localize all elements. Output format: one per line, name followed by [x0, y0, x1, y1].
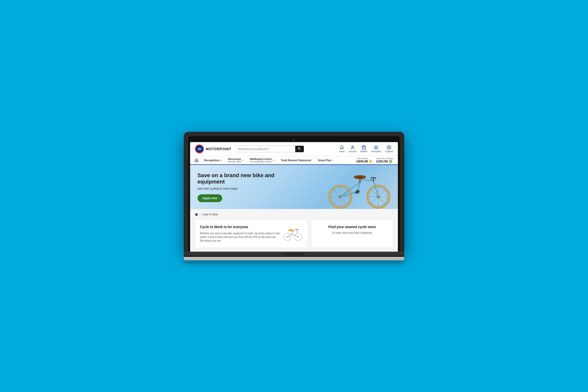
- discounts-nav-item[interactable]: Discounts Browse offers ▾: [225, 156, 247, 164]
- star-icon: [374, 145, 378, 150]
- cards-row: Cycle to Work is for everyone Whether yo…: [195, 220, 393, 248]
- card-left-text: Cycle to Work is for everyone Whether yo…: [200, 225, 280, 243]
- total-savings-label: Total Savings: [356, 157, 368, 160]
- account-nav-item[interactable]: Account: [348, 145, 356, 153]
- wellbeing-chevron: ▾: [273, 159, 274, 162]
- card-text: Whether you want a new bike, equipment o…: [200, 232, 280, 242]
- cycle-to-work-card: Cycle to Work is for everyone Whether yo…: [195, 220, 308, 248]
- discounts-sub: Browse offers: [228, 160, 242, 163]
- webcam: [293, 139, 295, 141]
- recognition-label: Recognition: [204, 159, 220, 162]
- wellbeing-label: Wellbeing Centre: [250, 158, 272, 160]
- find-store-title: Find your nearest cycle store: [316, 225, 388, 229]
- card-inner: Cycle to Work is for everyone Whether yo…: [200, 225, 302, 243]
- breadcrumb-separator: >: [200, 213, 201, 216]
- total-savings-value: £845.89 🪙: [356, 160, 372, 163]
- cashback-label: Approved cashback: [376, 157, 394, 160]
- discounts-chevron: ▾: [242, 159, 244, 162]
- basket-nav-item[interactable]: Basket: [360, 145, 367, 153]
- favourites-label: Favourites: [371, 150, 381, 153]
- svg-point-42: [288, 229, 293, 231]
- find-store-subtitle: Or order online and have it delivered: [316, 232, 388, 234]
- home-nav-item[interactable]: [192, 156, 201, 164]
- wellbeing-sub: Your wellbeing matters: [250, 160, 272, 163]
- check-icon: ✅: [389, 160, 392, 163]
- wellbeing-nav-item[interactable]: Wellbeing Centre Your wellbeing matters …: [247, 156, 277, 164]
- support-label: Support: [385, 150, 393, 153]
- recognition-nav-item[interactable]: Recognition ▾: [201, 156, 225, 164]
- breadcrumb: > Cycle To Work: [195, 213, 393, 216]
- laptop-base: [184, 252, 404, 257]
- svg-marker-2: [374, 146, 378, 149]
- total-savings-block: Total Savings £845.89 🪙: [356, 157, 372, 163]
- laptop-frame: m MOTORPOINT 🔍 Alerts: [184, 132, 404, 260]
- logo-text: MOTORPOINT: [206, 147, 232, 151]
- search-area: 🔍: [236, 146, 304, 152]
- apply-now-button[interactable]: Apply now: [198, 194, 222, 202]
- breadcrumb-home-icon: [195, 213, 198, 216]
- hero-title: Save on a brand new bike and equipment: [198, 172, 276, 185]
- breadcrumb-current: Cycle To Work: [202, 213, 218, 216]
- hero-subtitle: and start cycling to work today!: [198, 187, 390, 190]
- hero-banner: Save on a brand new bike and equipment a…: [190, 165, 398, 209]
- basket-icon: [362, 145, 366, 150]
- smart-pay-nav-item[interactable]: Smart Pay ▾: [315, 156, 337, 164]
- logo-icon: m: [195, 144, 204, 153]
- site-header: m MOTORPOINT 🔍 Alerts: [190, 142, 398, 156]
- recognition-chevron: ▾: [221, 159, 222, 162]
- support-nav-item[interactable]: Support: [385, 145, 393, 153]
- search-input[interactable]: [236, 146, 295, 152]
- home-icon: [194, 158, 198, 162]
- content-area: > Cycle To Work Cycle to Work is for eve…: [190, 209, 398, 252]
- laptop-bottom: [184, 257, 404, 260]
- coin-icon: 🪙: [369, 160, 372, 163]
- cashback-value: £203.58 ✅: [376, 160, 392, 163]
- search-button[interactable]: 🔍: [295, 146, 304, 152]
- cashback-block: Approved cashback £203.58 ✅: [376, 157, 394, 163]
- search-box: 🔍: [236, 146, 304, 152]
- favourites-nav-item[interactable]: Favourites: [371, 145, 381, 153]
- svg-point-3: [387, 146, 391, 149]
- support-icon: [387, 145, 391, 150]
- card-bike-icon: [283, 225, 302, 243]
- account-label: Account: [348, 150, 356, 153]
- header-icons: Alerts Account Basket Favourites: [339, 145, 393, 153]
- screen: m MOTORPOINT 🔍 Alerts: [190, 142, 398, 252]
- breadcrumb-home[interactable]: [195, 213, 198, 216]
- svg-point-0: [352, 146, 353, 147]
- card-title: Cycle to Work is for everyone: [200, 225, 280, 229]
- bell-icon: [340, 145, 344, 150]
- svg-line-43: [297, 230, 297, 233]
- main-nav: Recognition ▾ Discounts Browse offers ▾ …: [190, 156, 398, 165]
- discounts-label: Discounts: [228, 158, 241, 160]
- hero-content: Save on a brand new bike and equipment a…: [198, 172, 390, 202]
- alerts-label: Alerts: [339, 150, 344, 153]
- logo-area[interactable]: m MOTORPOINT: [195, 144, 232, 153]
- find-cycle-store-card: Find your nearest cycle store Or order o…: [312, 220, 393, 248]
- smart-pay-chevron: ▾: [332, 159, 333, 162]
- smart-pay-label: Smart Pay: [318, 159, 331, 162]
- basket-label: Basket: [360, 150, 367, 153]
- alerts-nav-item[interactable]: Alerts: [339, 145, 344, 153]
- trs-label: Total Reward Statement: [281, 159, 312, 162]
- person-icon: [350, 145, 355, 150]
- laptop-notch: [284, 253, 304, 255]
- nav-savings-area: Total Savings £845.89 🪙 Approved cashbac…: [354, 156, 396, 164]
- trs-nav-item[interactable]: Total Reward Statement: [277, 156, 315, 164]
- svg-point-4: [388, 147, 390, 148]
